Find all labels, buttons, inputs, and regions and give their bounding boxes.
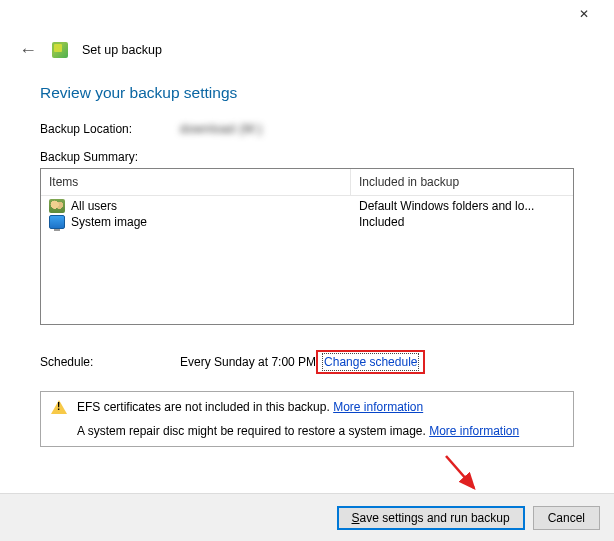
save-and-run-button[interactable]: Save settings and run backup — [337, 506, 525, 530]
backup-flag-icon — [52, 42, 68, 58]
close-button[interactable]: ✕ — [564, 0, 604, 28]
wizard-title: Set up backup — [82, 43, 162, 57]
cancel-button[interactable]: Cancel — [533, 506, 600, 530]
back-button[interactable]: ← — [18, 40, 38, 60]
backup-location-label: Backup Location: — [40, 122, 180, 136]
column-header-included[interactable]: Included in backup — [351, 169, 573, 195]
change-schedule-link[interactable]: Change schedule — [322, 353, 419, 371]
notice-text: A system repair disc might be required t… — [77, 424, 519, 438]
warning-icon — [51, 400, 67, 414]
summary-item-name: System image — [71, 215, 147, 229]
summary-row[interactable]: System image Included — [41, 214, 573, 230]
schedule-value: Every Sunday at 7:00 PM — [180, 355, 316, 369]
column-header-items[interactable]: Items — [41, 169, 351, 195]
more-info-link-efs[interactable]: More information — [333, 400, 423, 414]
more-info-link-repair[interactable]: More information — [429, 424, 519, 438]
notice-panel: EFS certificates are not included in thi… — [40, 391, 574, 447]
users-icon — [49, 199, 65, 213]
schedule-label: Schedule: — [40, 355, 180, 369]
summary-item-name: All users — [71, 199, 117, 213]
summary-item-included: Included — [359, 215, 565, 229]
backup-summary-label: Backup Summary: — [40, 150, 180, 164]
summary-listview[interactable]: Items Included in backup All users Defau… — [40, 168, 574, 325]
page-heading: Review your backup settings — [40, 84, 574, 102]
monitor-icon — [49, 215, 65, 229]
summary-item-included: Default Windows folders and lo... — [359, 199, 565, 213]
svg-line-0 — [446, 456, 474, 488]
notice-text: EFS certificates are not included in thi… — [77, 400, 423, 414]
summary-row[interactable]: All users Default Windows folders and lo… — [41, 198, 573, 214]
backup-location-value: download (M:) — [180, 122, 574, 136]
